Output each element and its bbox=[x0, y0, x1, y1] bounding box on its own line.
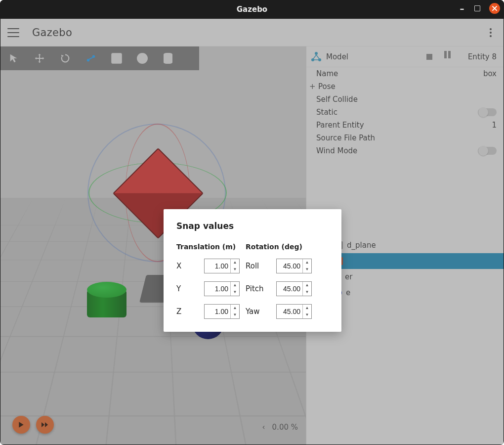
prop-parent-entity-label: Parent Entity bbox=[316, 121, 364, 130]
window-maximize-button[interactable] bbox=[474, 5, 480, 11]
rotate-icon bbox=[60, 53, 71, 64]
prop-pose[interactable]: +Pose bbox=[316, 80, 497, 93]
step-up-icon[interactable]: ▲ bbox=[231, 282, 239, 289]
y-label: Y bbox=[176, 284, 198, 293]
step-down-icon[interactable]: ▼ bbox=[231, 312, 239, 318]
step-up-icon[interactable]: ▲ bbox=[231, 305, 239, 312]
menu-icon[interactable] bbox=[7, 28, 19, 37]
sphere-primitive-button[interactable] bbox=[135, 51, 150, 66]
prop-name: Name box bbox=[316, 67, 497, 80]
svg-point-2 bbox=[315, 52, 318, 55]
inspector-title: Model bbox=[326, 52, 348, 61]
app-toolbar: Gazebo bbox=[0, 19, 504, 46]
step-down-icon[interactable]: ▼ bbox=[303, 266, 311, 273]
manipulation-toolbar bbox=[0, 46, 199, 70]
window-titlebar: Gazebo – bbox=[0, 0, 504, 19]
prop-self-collide-label: Self Collide bbox=[316, 95, 358, 104]
step-up-icon[interactable]: ▲ bbox=[231, 259, 239, 266]
lock-icon[interactable] bbox=[426, 54, 432, 60]
prop-wind-mode: Wind Mode bbox=[316, 144, 497, 157]
step-down-icon[interactable]: ▼ bbox=[303, 289, 311, 296]
step-up-icon[interactable]: ▲ bbox=[303, 259, 311, 266]
prop-self-collide: Self Collide bbox=[316, 93, 497, 106]
translate-tool-button[interactable] bbox=[32, 51, 47, 66]
window-buttons: – bbox=[459, 3, 500, 14]
window-minimize-button[interactable]: – bbox=[459, 5, 465, 12]
play-button[interactable] bbox=[12, 416, 30, 434]
translation-y-input[interactable]: ▲▼ bbox=[204, 281, 240, 296]
translate-icon bbox=[34, 53, 45, 64]
box-primitive-button[interactable] bbox=[109, 51, 124, 66]
link-tool-button[interactable] bbox=[84, 51, 98, 66]
rotation-roll-value[interactable] bbox=[277, 259, 302, 273]
rotate-tool-button[interactable] bbox=[58, 51, 73, 66]
prop-static: Static bbox=[316, 106, 497, 119]
pointer-icon bbox=[8, 53, 19, 64]
translation-z-value[interactable] bbox=[205, 305, 230, 318]
prop-parent-entity-value: 1 bbox=[492, 121, 497, 130]
pause-icon[interactable] bbox=[444, 51, 456, 63]
wind-mode-toggle[interactable] bbox=[478, 147, 497, 155]
translation-x-value[interactable] bbox=[205, 259, 230, 273]
roll-label: Roll bbox=[246, 262, 270, 270]
prop-source-file-label: Source File Path bbox=[316, 134, 375, 142]
window-close-button[interactable] bbox=[489, 3, 500, 14]
step-up-icon[interactable]: ▲ bbox=[303, 305, 311, 312]
translation-x-input[interactable]: ▲▼ bbox=[204, 259, 240, 273]
expand-icon[interactable]: + bbox=[309, 82, 315, 91]
inspector-header: Model Entity 8 bbox=[306, 46, 504, 67]
prop-source-file: Source File Path bbox=[316, 132, 497, 144]
z-label: Z bbox=[176, 307, 198, 316]
prop-static-label: Static bbox=[316, 108, 337, 117]
entity-id: Entity 8 bbox=[468, 52, 497, 61]
pitch-label: Pitch bbox=[246, 284, 270, 293]
prop-wind-mode-label: Wind Mode bbox=[316, 146, 357, 155]
rotation-pitch-value[interactable] bbox=[277, 282, 302, 296]
progress-label: ‹ 0.00 % bbox=[262, 423, 298, 432]
static-toggle[interactable] bbox=[478, 108, 497, 116]
rotation-yaw-value[interactable] bbox=[277, 305, 302, 318]
translation-header: Translation (m) bbox=[176, 243, 240, 251]
sphere-icon bbox=[137, 53, 148, 64]
play-icon bbox=[18, 421, 25, 428]
tree-item-label: er bbox=[345, 272, 352, 281]
chevron-left-icon[interactable]: ‹ bbox=[262, 423, 265, 432]
fast-forward-icon bbox=[41, 422, 49, 428]
step-down-icon[interactable]: ▼ bbox=[231, 266, 239, 273]
link-icon bbox=[85, 53, 96, 64]
window-frame: Gazebo – Gazebo bbox=[0, 0, 504, 445]
translation-z-input[interactable]: ▲▼ bbox=[204, 304, 240, 319]
rotation-pitch-input[interactable]: ▲▼ bbox=[276, 281, 312, 296]
inspector-properties: Name box +Pose Self Collide Static bbox=[306, 67, 504, 157]
step-up-icon[interactable]: ▲ bbox=[303, 282, 311, 289]
dialog-title: Snap values bbox=[176, 221, 329, 231]
snap-values-dialog: Snap values Translation (m) Rotation (de… bbox=[164, 209, 341, 332]
tree-item-label: d_plane bbox=[347, 241, 376, 250]
close-icon bbox=[492, 5, 498, 11]
window-title: Gazebo bbox=[237, 5, 267, 14]
app-area: Gazebo bbox=[0, 19, 504, 445]
fast-forward-button[interactable] bbox=[36, 416, 54, 434]
translation-y-value[interactable] bbox=[205, 282, 230, 296]
app-title: Gazebo bbox=[32, 27, 72, 39]
progress-value: 0.00 % bbox=[272, 423, 298, 432]
pointer-tool-button[interactable] bbox=[6, 51, 21, 66]
prop-name-label: Name bbox=[316, 69, 338, 78]
rotation-header: Rotation (deg) bbox=[246, 243, 312, 251]
step-down-icon[interactable]: ▼ bbox=[231, 289, 239, 296]
tree-item-label: e bbox=[346, 288, 350, 297]
x-label: X bbox=[176, 262, 198, 270]
rotation-roll-input[interactable]: ▲▼ bbox=[276, 259, 312, 273]
object-cylinder-green[interactable] bbox=[87, 290, 126, 328]
step-down-icon[interactable]: ▼ bbox=[303, 312, 311, 318]
cylinder-icon bbox=[164, 53, 172, 64]
rotation-yaw-input[interactable]: ▲▼ bbox=[276, 304, 312, 319]
model-icon bbox=[310, 51, 322, 63]
prop-pose-label: Pose bbox=[318, 82, 336, 91]
prop-name-value: box bbox=[483, 69, 497, 78]
overflow-menu-icon[interactable] bbox=[485, 27, 497, 39]
box-icon bbox=[111, 53, 122, 64]
yaw-label: Yaw bbox=[246, 307, 270, 316]
cylinder-primitive-button[interactable] bbox=[161, 51, 175, 66]
prop-parent-entity: Parent Entity 1 bbox=[316, 119, 497, 132]
